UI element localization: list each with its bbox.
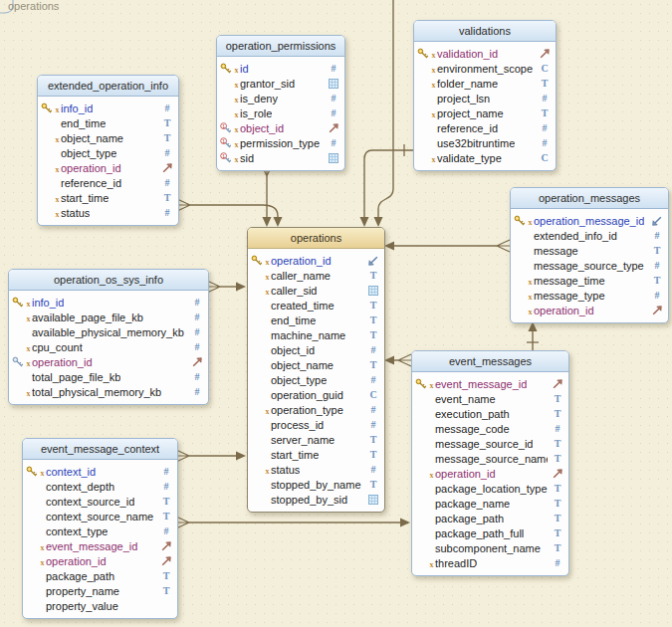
column-row-event_message_id[interactable]: xevent_message_id bbox=[412, 376, 568, 391]
table-operation_messages[interactable]: operation_messagesxoperation_message_ide… bbox=[510, 187, 669, 323]
table-event_message_context[interactable]: event_message_contextxcontext_id#context… bbox=[22, 438, 178, 619]
column-row-execution_path[interactable]: execution_pathT bbox=[412, 406, 568, 421]
column-row-operation_guid[interactable]: operation_guidC bbox=[248, 387, 384, 402]
table-header-event_message_context[interactable]: event_message_context bbox=[23, 439, 177, 460]
not-null-marker: x bbox=[264, 467, 271, 476]
table-extended_operation_info[interactable]: extended_operation_infoxinfo_id#end_time… bbox=[37, 75, 179, 226]
column-row-package_path[interactable]: package_pathT bbox=[412, 511, 568, 525]
column-row-context_source_id[interactable]: context_source_idT bbox=[23, 494, 177, 509]
numeric-type-icon: # bbox=[651, 290, 663, 302]
column-row-operation_id[interactable]: xoperation_id bbox=[412, 466, 568, 481]
column-row-end_time[interactable]: end_timeT bbox=[38, 115, 178, 130]
column-row-operation_message_id[interactable]: xoperation_message_id bbox=[511, 213, 668, 228]
column-row-extended_info_id[interactable]: extended_info_id# bbox=[511, 228, 668, 243]
column-row-info_id[interactable]: xinfo_id# bbox=[9, 295, 208, 310]
column-row-folder_name[interactable]: xfolder_nameT bbox=[414, 76, 556, 91]
column-row-validate_type[interactable]: xvalidate_typeC bbox=[414, 150, 556, 165]
column-row-message_time[interactable]: xmessage_timeT bbox=[511, 273, 668, 288]
column-row-package_name[interactable]: package_nameT bbox=[412, 496, 568, 511]
column-row-end_time[interactable]: end_timeT bbox=[248, 313, 384, 327]
column-row-validation_id[interactable]: xvalidation_id bbox=[414, 46, 556, 61]
column-row-event_message_id[interactable]: xevent_message_id bbox=[23, 538, 177, 553]
column-row-start_time[interactable]: xstart_timeT bbox=[38, 190, 178, 205]
table-header-extended_operation_info[interactable]: extended_operation_info bbox=[38, 76, 178, 97]
column-row-is_role[interactable]: xis_role# bbox=[217, 105, 344, 120]
table-header-operation_messages[interactable]: operation_messages bbox=[511, 188, 668, 209]
column-row-event_name[interactable]: event_nameT bbox=[412, 391, 568, 406]
column-row-message[interactable]: messageT bbox=[511, 243, 668, 258]
table-operations[interactable]: operationsxoperation_idxcaller_nameTxcal… bbox=[247, 227, 385, 513]
column-row-use32bitruntime[interactable]: use32bitruntime# bbox=[414, 135, 556, 150]
column-row-info_id[interactable]: xinfo_id# bbox=[38, 101, 178, 115]
column-row-project_name[interactable]: xproject_nameT bbox=[414, 105, 556, 120]
column-row-package_location_type[interactable]: package_location_typeT bbox=[412, 481, 568, 496]
column-row-operation_id[interactable]: xoperation_id bbox=[38, 160, 178, 175]
column-row-caller_name[interactable]: xcaller_nameT bbox=[248, 268, 384, 283]
column-row-object_type[interactable]: object_type# bbox=[248, 372, 384, 387]
column-row-operation_id[interactable]: xoperation_id bbox=[23, 553, 177, 568]
column-row-threadID[interactable]: xthreadID# bbox=[412, 555, 568, 570]
column-row-operation_id[interactable]: xoperation_id bbox=[248, 253, 384, 268]
column-row-created_time[interactable]: created_timeT bbox=[248, 298, 384, 313]
column-row-subcomponent_name[interactable]: subcomponent_nameT bbox=[412, 540, 568, 555]
column-row-available_physical_memory_kb[interactable]: available_physical_memory_kb# bbox=[9, 324, 208, 339]
column-row-status[interactable]: xstatus# bbox=[248, 462, 384, 477]
column-row-package_path[interactable]: package_pathT bbox=[23, 568, 177, 583]
column-row-reference_id[interactable]: reference_id# bbox=[414, 120, 556, 135]
column-row-start_time[interactable]: start_timeT bbox=[248, 447, 384, 462]
column-row-id[interactable]: xid# bbox=[217, 61, 344, 76]
column-row-property_name[interactable]: property_nameT bbox=[23, 583, 177, 598]
table-header-validations[interactable]: validations bbox=[414, 21, 556, 42]
column-row-project_lsn[interactable]: project_lsn# bbox=[414, 91, 556, 105]
column-row-object_name[interactable]: xobject_nameT bbox=[38, 130, 178, 145]
column-row-permission_type[interactable]: 1xpermission_type# bbox=[217, 135, 344, 150]
not-null-marker: x bbox=[264, 273, 271, 282]
column-row-reference_id[interactable]: reference_id# bbox=[38, 175, 178, 190]
column-row-message_source_id[interactable]: message_source_idT bbox=[412, 436, 568, 451]
column-row-total_page_file_kb[interactable]: total_page_file_kb# bbox=[9, 369, 208, 384]
column-row-available_page_file_kb[interactable]: xavailable_page_file_kb# bbox=[9, 310, 208, 324]
column-row-property_value[interactable]: property_value bbox=[23, 598, 177, 613]
column-row-sid[interactable]: 1xsid bbox=[217, 150, 344, 165]
column-row-operation_id[interactable]: xoperation_id bbox=[9, 354, 208, 369]
column-row-operation_type[interactable]: xoperation_type# bbox=[248, 402, 384, 417]
table-operation_permissions[interactable]: operation_permissionsxid#xgrantor_sidxis… bbox=[216, 35, 345, 171]
column-row-message_code[interactable]: message_code# bbox=[412, 421, 568, 436]
table-operation_os_sys_info[interactable]: operation_os_sys_infoxinfo_id#xavailable… bbox=[8, 269, 209, 405]
table-header-operation_permissions[interactable]: operation_permissions bbox=[217, 36, 344, 57]
column-row-operation_id[interactable]: xoperation_id bbox=[511, 303, 668, 317]
not-null-marker: x bbox=[428, 471, 435, 480]
column-row-context_id[interactable]: xcontext_id# bbox=[23, 464, 177, 479]
table-event_messages[interactable]: event_messagesxevent_message_idevent_nam… bbox=[411, 350, 569, 576]
column-row-process_id[interactable]: process_id# bbox=[248, 417, 384, 432]
column-row-caller_sid[interactable]: xcaller_sid bbox=[248, 283, 384, 298]
column-row-is_deny[interactable]: xis_deny# bbox=[217, 91, 344, 105]
column-row-message_type[interactable]: xmessage_type# bbox=[511, 288, 668, 303]
column-row-context_type[interactable]: context_type# bbox=[23, 523, 177, 538]
column-row-context_depth[interactable]: context_depth# bbox=[23, 479, 177, 494]
column-row-grantor_sid[interactable]: xgrantor_sid bbox=[217, 76, 344, 91]
not-null-marker: x bbox=[39, 543, 46, 552]
column-row-machine_name[interactable]: machine_nameT bbox=[248, 327, 384, 342]
table-header-operation_os_sys_info[interactable]: operation_os_sys_info bbox=[9, 270, 208, 291]
column-row-message_source_name[interactable]: message_source_nameT bbox=[412, 451, 568, 466]
table-header-operations[interactable]: operations bbox=[248, 228, 384, 249]
column-row-object_name[interactable]: object_nameT bbox=[248, 357, 384, 372]
column-row-object_id[interactable]: object_id# bbox=[248, 342, 384, 357]
column-row-status[interactable]: xstatus# bbox=[38, 205, 178, 220]
column-row-stopped_by_name[interactable]: stopped_by_nameT bbox=[248, 477, 384, 492]
column-row-message_source_type[interactable]: message_source_type# bbox=[511, 258, 668, 273]
column-row-object_type[interactable]: object_type# bbox=[38, 145, 178, 160]
column-row-total_physical_memory_kb[interactable]: xtotal_physical_memory_kb# bbox=[9, 384, 208, 399]
column-row-environment_scope[interactable]: xenvironment_scopeC bbox=[414, 61, 556, 76]
table-header-event_messages[interactable]: event_messages bbox=[412, 351, 568, 372]
column-row-stopped_by_sid[interactable]: stopped_by_sid bbox=[248, 492, 384, 507]
relationship-offscreen-top-to-operations bbox=[374, 0, 394, 227]
column-row-object_id[interactable]: 1xobject_id bbox=[217, 120, 344, 135]
column-row-context_source_name[interactable]: context_source_nameT bbox=[23, 509, 177, 523]
column-row-cpu_count[interactable]: xcpu_count# bbox=[9, 339, 208, 354]
table-validations[interactable]: validationsxvalidation_idxenvironment_sc… bbox=[413, 20, 557, 171]
column-row-package_path_full[interactable]: package_path_fullT bbox=[412, 525, 568, 540]
column-row-server_name[interactable]: server_nameT bbox=[248, 432, 384, 447]
empty-key-gutter bbox=[12, 371, 25, 383]
